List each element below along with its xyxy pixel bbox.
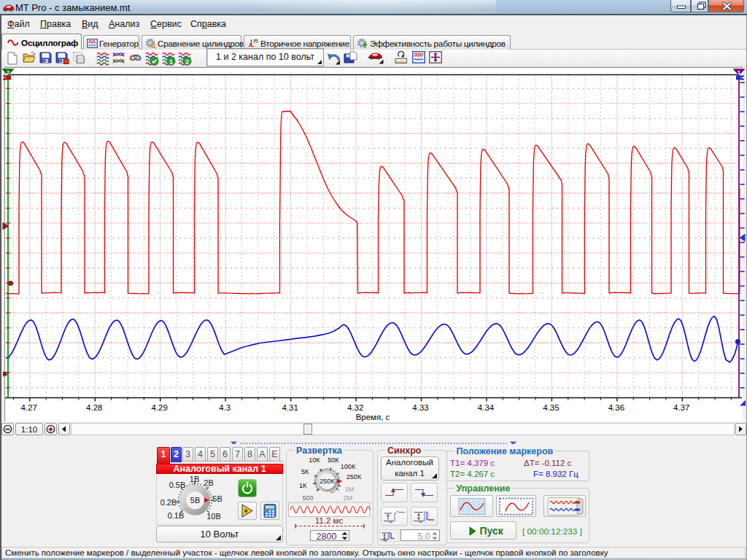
svg-text:250К: 250К — [320, 478, 335, 485]
svg-text:10К: 10К — [309, 456, 320, 464]
svg-text:2: 2 — [7, 69, 10, 76]
svg-text:4.27: 4.27 — [21, 403, 37, 412]
svg-text:50К: 50К — [328, 456, 339, 464]
svg-text:100К: 100К — [341, 463, 356, 470]
svg-text:4.33: 4.33 — [412, 403, 428, 412]
svg-text:4.3: 4.3 — [219, 403, 231, 412]
svg-text:1М: 1М — [345, 486, 355, 493]
svg-text:2В: 2В — [204, 478, 213, 487]
svg-text:500: 500 — [302, 494, 313, 502]
svg-text:5В: 5В — [212, 494, 222, 503]
svg-text:4.34: 4.34 — [478, 403, 495, 412]
svg-text:1В: 1В — [190, 475, 199, 483]
svg-text:11.2 мс: 11.2 мс — [315, 516, 344, 525]
svg-text:10В: 10В — [206, 512, 221, 521]
svg-text:4.37: 4.37 — [673, 403, 689, 412]
svg-text:0.5В: 0.5В — [169, 481, 186, 489]
svg-text:5К: 5К — [301, 468, 309, 475]
svg-text:4.31: 4.31 — [282, 403, 298, 412]
svg-text:1: 1 — [738, 69, 741, 76]
svg-text:5В: 5В — [190, 496, 200, 505]
svg-text:1К: 1К — [299, 482, 307, 489]
svg-text:250К: 250К — [347, 473, 362, 481]
svg-text:4.35: 4.35 — [543, 403, 559, 412]
svg-text:Время, с: Время, с — [356, 413, 390, 421]
svg-text:4.36: 4.36 — [608, 403, 624, 412]
svg-text:0.2В: 0.2В — [160, 498, 177, 507]
svg-text:2М: 2М — [344, 494, 353, 502]
svg-text:4.28: 4.28 — [86, 403, 102, 412]
svg-text:4.32: 4.32 — [347, 403, 363, 412]
svg-text:0.1В: 0.1В — [168, 511, 185, 520]
svg-text:4.29: 4.29 — [152, 403, 168, 412]
